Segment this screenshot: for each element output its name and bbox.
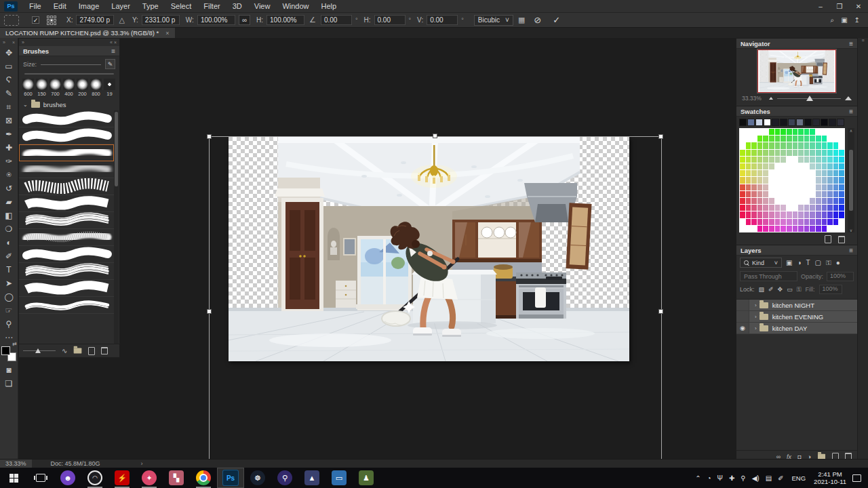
- swatch[interactable]: [781, 191, 786, 197]
- color-chips[interactable]: ⇄: [1, 346, 16, 361]
- swatch[interactable]: [822, 150, 827, 156]
- swatch[interactable]: [827, 211, 833, 218]
- swatch[interactable]: [746, 184, 751, 190]
- eraser-tool[interactable]: ▰: [0, 195, 18, 209]
- panel-menu-icon[interactable]: ≡: [849, 40, 853, 47]
- layer-name[interactable]: kitchen NIGHT: [772, 302, 814, 309]
- swatch[interactable]: [798, 150, 804, 156]
- filter-adjustment-layers-icon[interactable]: ◑: [797, 259, 801, 266]
- status-zoom-field[interactable]: 33.33%: [0, 460, 32, 468]
- swatch[interactable]: [775, 170, 781, 176]
- swatch[interactable]: [781, 157, 786, 163]
- task-view-button[interactable]: [27, 468, 54, 488]
- swatch[interactable]: [757, 177, 763, 183]
- swatch[interactable]: [751, 191, 757, 197]
- swatch[interactable]: [839, 205, 844, 211]
- game-launcher-app[interactable]: ✦: [136, 468, 163, 488]
- v-skew-field[interactable]: 0.00: [427, 15, 458, 25]
- swatch[interactable]: [822, 191, 827, 197]
- swatch[interactable]: [763, 177, 768, 183]
- swatch[interactable]: [793, 163, 798, 169]
- swatch[interactable]: [781, 184, 786, 190]
- swatch[interactable]: [740, 226, 745, 232]
- swatch[interactable]: [746, 219, 751, 225]
- recent-swatch[interactable]: [739, 119, 747, 126]
- menu-view[interactable]: View: [248, 0, 277, 13]
- obs-app[interactable]: ◠: [81, 468, 108, 488]
- group-expand-icon[interactable]: ›: [755, 314, 757, 320]
- swatch[interactable]: [775, 142, 781, 148]
- swatch[interactable]: [775, 211, 781, 218]
- swatch[interactable]: [740, 219, 745, 225]
- swatch[interactable]: [787, 205, 792, 211]
- filter-shape-layers-icon[interactable]: ▢: [815, 259, 821, 266]
- marquee-tool[interactable]: ▭: [0, 60, 18, 73]
- swatch[interactable]: [822, 205, 827, 211]
- volume-icon[interactable]: ◀): [752, 474, 760, 482]
- brush-item-4[interactable]: [19, 161, 114, 178]
- layer-row-kitchen-day[interactable]: ◉›kitchen DAY: [736, 323, 857, 334]
- recent-swatch[interactable]: [796, 119, 804, 126]
- swatch[interactable]: [746, 198, 751, 204]
- recent-swatch[interactable]: [755, 119, 763, 126]
- swatch[interactable]: [810, 219, 815, 225]
- swatch[interactable]: [839, 177, 844, 183]
- swatch[interactable]: [839, 211, 844, 218]
- brush-item-6[interactable]: [19, 195, 114, 212]
- workspace-icon[interactable]: ▣: [841, 16, 847, 24]
- swatch[interactable]: [793, 184, 798, 190]
- swatch[interactable]: [833, 150, 839, 156]
- brush-preset-800[interactable]: 800: [90, 79, 102, 97]
- swatch[interactable]: [827, 219, 833, 225]
- swatch[interactable]: [751, 136, 757, 142]
- swatch[interactable]: [839, 170, 844, 176]
- recent-swatch[interactable]: [764, 119, 771, 126]
- swatch[interactable]: [839, 136, 844, 142]
- swatch[interactable]: [810, 129, 815, 135]
- swatch[interactable]: [816, 177, 821, 183]
- swatch[interactable]: [833, 198, 839, 204]
- swatch[interactable]: [769, 136, 774, 142]
- relative-position-icon[interactable]: △: [117, 16, 125, 24]
- swatch[interactable]: [775, 129, 781, 135]
- panel-menu-icon[interactable]: ≡: [111, 47, 115, 55]
- swatch[interactable]: [816, 157, 821, 163]
- swatch[interactable]: [763, 150, 768, 156]
- frame-tool[interactable]: ⊠: [0, 114, 18, 127]
- swatch[interactable]: [827, 177, 833, 183]
- swatch[interactable]: [781, 205, 786, 211]
- dodge-tool[interactable]: ◐: [0, 236, 18, 249]
- microphone-icon[interactable]: Ψ: [717, 474, 723, 482]
- swatch[interactable]: [769, 170, 774, 176]
- swatch[interactable]: [822, 157, 827, 163]
- lock-transparent-icon[interactable]: ▨: [759, 286, 765, 293]
- swatch[interactable]: [781, 150, 786, 156]
- swatch[interactable]: [787, 136, 792, 142]
- layer-row-kitchen-night[interactable]: ›kitchen NIGHT: [736, 300, 857, 311]
- swatch[interactable]: [816, 136, 821, 142]
- recent-swatch[interactable]: [788, 119, 795, 126]
- swatch[interactable]: [763, 205, 768, 211]
- swatch[interactable]: [751, 150, 757, 156]
- menu-3d[interactable]: 3D: [226, 0, 248, 13]
- swatch[interactable]: [833, 163, 839, 169]
- swatch[interactable]: [751, 219, 757, 225]
- swatch[interactable]: [775, 219, 781, 225]
- swatch[interactable]: [751, 129, 757, 135]
- swatch[interactable]: [787, 129, 792, 135]
- transform-box-right[interactable]: [661, 136, 662, 460]
- scroll-down-icon[interactable]: ∨: [850, 228, 852, 232]
- menu-type[interactable]: Type: [136, 0, 165, 13]
- search-icon[interactable]: ⌕: [831, 16, 835, 24]
- swatch[interactable]: [757, 129, 763, 135]
- clone-stamp-tool[interactable]: ⍟: [0, 168, 18, 182]
- swatch[interactable]: [833, 129, 839, 135]
- swatch[interactable]: [751, 177, 757, 183]
- swatch[interactable]: [775, 205, 781, 211]
- swatch[interactable]: [763, 211, 768, 218]
- swatch[interactable]: [816, 150, 821, 156]
- swatch[interactable]: [798, 198, 804, 204]
- swatch[interactable]: [822, 184, 827, 190]
- swatch[interactable]: [810, 205, 815, 211]
- swatch[interactable]: [787, 191, 792, 197]
